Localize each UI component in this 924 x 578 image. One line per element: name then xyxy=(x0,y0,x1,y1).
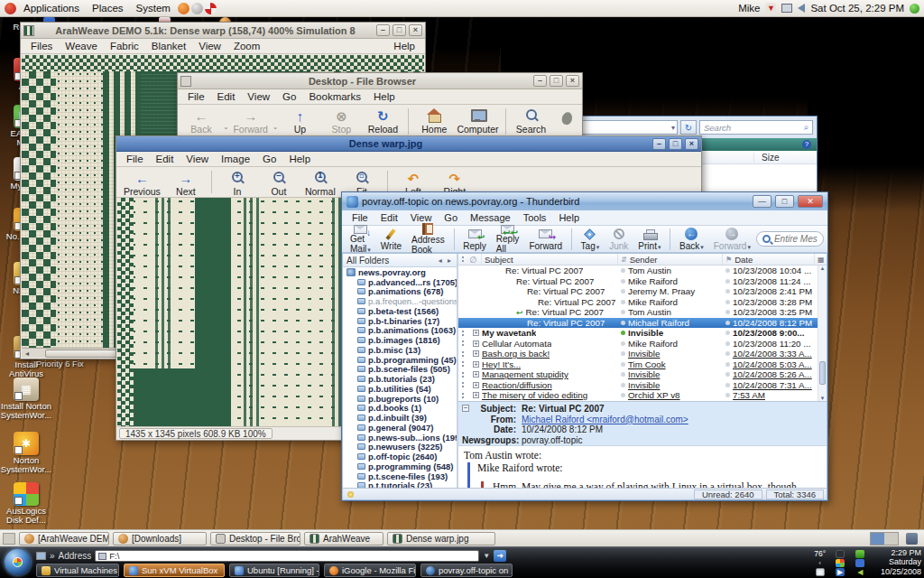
stop-button[interactable]: ⊗Stop xyxy=(321,107,361,136)
folder-p-d-books[interactable]: p.d.books (1) xyxy=(343,404,457,414)
menu-view[interactable]: View xyxy=(192,40,227,52)
folder-p-b-utilities[interactable]: p.b.utilities (54) xyxy=(343,384,457,394)
reply-all-button[interactable]: ↩↩Reply All xyxy=(492,227,524,252)
weather-temp[interactable]: 76° xyxy=(814,549,826,558)
arahweave-titlebar[interactable]: ArahWeave DEMO 5.1k: Dense warp (158,74)… xyxy=(21,23,425,39)
vista-task-povray-off-topic-on[interactable]: povray.off-topic on ... xyxy=(420,564,513,577)
subject-column-header[interactable]: Subject xyxy=(482,254,618,265)
in-button[interactable]: +In xyxy=(217,169,257,199)
desktop-icon-label[interactable]: Priority 6 Fix xyxy=(36,359,101,368)
menu-view[interactable]: View xyxy=(404,211,439,224)
message-row[interactable]: +Cellular AutomataMike Raiford10/23/2008… xyxy=(458,339,818,350)
folder-p-b-programming[interactable]: p.b.programming (45) xyxy=(343,355,457,365)
scrollbar-thumb[interactable] xyxy=(819,361,826,385)
message-row[interactable]: +Management stupidityInvisible10/24/2008… xyxy=(458,369,818,380)
dropdown-icon[interactable]: ▾ xyxy=(367,247,371,253)
workspace-2[interactable] xyxy=(884,533,898,545)
folder-p-t-scene-files[interactable]: p.t.scene-files (193) xyxy=(343,471,457,481)
folder-p-beta-test[interactable]: p.beta-test (1566) xyxy=(343,306,457,316)
dropdown-icon[interactable]: ▾ xyxy=(658,244,661,250)
explorer-search-input[interactable]: Search ⌕ xyxy=(699,120,813,135)
av-tray-icon[interactable] xyxy=(836,559,845,567)
menu-help[interactable]: Help xyxy=(387,40,421,52)
back-button[interactable]: ←Back xyxy=(181,107,221,136)
help-icon[interactable]: ? xyxy=(802,140,811,149)
dropdown-icon[interactable]: ▾ xyxy=(596,244,600,250)
message-from[interactable]: Michael Raiford <mraiford@hotmail.com> xyxy=(522,415,688,425)
help-launcher-icon[interactable] xyxy=(191,3,203,14)
size-column-header[interactable]: Size xyxy=(753,153,817,163)
folder-p-animations[interactable]: p.animations (678) xyxy=(343,287,457,297)
address-dropdown-icon[interactable]: ▼ xyxy=(483,552,490,560)
message-row[interactable]: Re: Virtual PC 2007Mike Raiford10/23/200… xyxy=(458,276,818,287)
date-column-header[interactable]: ⚑Date xyxy=(723,254,815,265)
dropdown-icon[interactable]: ⌄ xyxy=(273,123,279,131)
file-browser-titlebar[interactable]: Desktop - File Browser – □ × xyxy=(178,73,582,89)
taskbar-button-arahweave[interactable]: ArahWeave xyxy=(304,532,383,545)
message-row[interactable]: Re: Virtual PC 2007Michael Raiford10/24/… xyxy=(458,318,818,329)
menu-file[interactable]: File xyxy=(181,90,211,103)
menu-help[interactable]: Help xyxy=(552,211,586,224)
maximize-button[interactable]: □ xyxy=(669,138,682,150)
minimize-button[interactable]: — xyxy=(753,195,772,208)
maximize-button[interactable]: □ xyxy=(393,24,406,36)
minimize-button[interactable]: – xyxy=(376,24,390,36)
explorer-address-combo[interactable]: ▾ xyxy=(571,120,678,135)
vbox-tray-icon[interactable]: ▶ xyxy=(836,568,845,576)
menu-go[interactable]: Go xyxy=(276,90,302,103)
junk-button[interactable]: Junk xyxy=(605,227,633,252)
maximize-button[interactable]: □ xyxy=(550,75,563,87)
message-body[interactable]: Tom Austin wrote: Mike Raiford wrote: Hm… xyxy=(458,445,827,488)
thread-expander-icon[interactable]: + xyxy=(473,340,479,347)
folder-p-b-t-binaries[interactable]: p.b-t.binaries (17) xyxy=(343,316,457,326)
image-viewer-titlebar[interactable]: Dense warp.jpg – □ × xyxy=(116,136,701,152)
updates-icon[interactable]: ▼ xyxy=(765,3,776,14)
search-input[interactable] xyxy=(774,234,818,244)
menu-files[interactable]: Files xyxy=(24,40,59,52)
column-picker-icon[interactable]: ▦ xyxy=(815,254,827,265)
thread-expander-icon[interactable]: + xyxy=(473,382,479,388)
scroll-left-icon[interactable]: ◂ xyxy=(22,350,32,358)
toolbar-overflow-chevron[interactable]: » xyxy=(50,551,55,561)
back-button[interactable]: ←Back▾ xyxy=(675,227,708,252)
up-button[interactable]: ↑Up xyxy=(280,107,319,136)
forward-button[interactable]: →Forward▾ xyxy=(709,227,755,252)
thunderbird-titlebar[interactable]: povray.off-topic on news.povray.org - Th… xyxy=(342,192,827,210)
maximize-button[interactable]: □ xyxy=(775,195,794,208)
desktop-icon-norton-systemwor[interactable]: ✱Norton SystemWor... xyxy=(0,432,52,474)
menu-edit[interactable]: Edit xyxy=(150,153,180,165)
dropdown-icon[interactable]: ▾ xyxy=(747,244,751,250)
normal-button[interactable]: 1Normal xyxy=(300,169,340,199)
show-desktop-icon[interactable] xyxy=(3,533,15,545)
taskbar-button-arahweave-demo-in[interactable]: [ArahWeave DEMO in...] xyxy=(19,532,109,545)
folder-p-bugreports[interactable]: p.bugreports (10) xyxy=(343,394,457,404)
folder-p-advanced-rs[interactable]: p.advanced...rs (1705) xyxy=(343,277,457,287)
workspace-switcher[interactable] xyxy=(870,532,899,545)
close-button[interactable]: × xyxy=(566,75,579,87)
folder-p-b-tutorials[interactable]: p.b.tutorials (23) xyxy=(343,374,457,384)
desktop-icon-install-norton-systemwor[interactable]: ▦Install Norton SystemWor... xyxy=(0,378,52,420)
menu-blanket[interactable]: Blanket xyxy=(145,40,192,52)
vista-task-sun-xvm-virtualbox[interactable]: Sun xVM VirtualBox xyxy=(124,564,225,577)
thread-expander-icon[interactable]: + xyxy=(473,392,479,398)
get-mail-button[interactable]: ↓Get Mail▾ xyxy=(346,227,375,252)
vista-task-virtual-machines[interactable]: Virtual Machines xyxy=(36,564,119,577)
taskbar-button-desktop-file-browser[interactable]: Desktop - File Browser xyxy=(210,532,300,545)
scroll-up-icon[interactable]: ▲ xyxy=(818,266,827,271)
activity-tray-icon[interactable] xyxy=(855,550,864,558)
forward-button[interactable]: ↪Forward xyxy=(524,227,567,252)
mail-tray-icon[interactable]: ✉ xyxy=(816,568,825,576)
minimize-button[interactable]: – xyxy=(533,75,547,87)
message-search-box[interactable] xyxy=(756,231,824,247)
menu-edit[interactable]: Edit xyxy=(211,90,242,103)
desktop-icon-auslogics-disk-def[interactable]: AusLogics Disk Def... xyxy=(0,482,52,525)
menu-file[interactable]: File xyxy=(120,153,150,165)
folder-p-d-inbuilt[interactable]: p.d.inbuilt (39) xyxy=(343,413,457,423)
menu-file[interactable]: File xyxy=(346,211,374,224)
message-list-scrollbar[interactable]: ▲ ▼ xyxy=(818,266,827,401)
places-menu[interactable]: Places xyxy=(87,2,129,14)
scrollbar-thumb[interactable] xyxy=(45,350,126,358)
close-button[interactable]: ✕ xyxy=(798,195,823,208)
message-row[interactable]: +Hey! It's...Tim Cook10/24/2008 5:03 A..… xyxy=(458,359,818,370)
address-input[interactable] xyxy=(109,551,476,561)
